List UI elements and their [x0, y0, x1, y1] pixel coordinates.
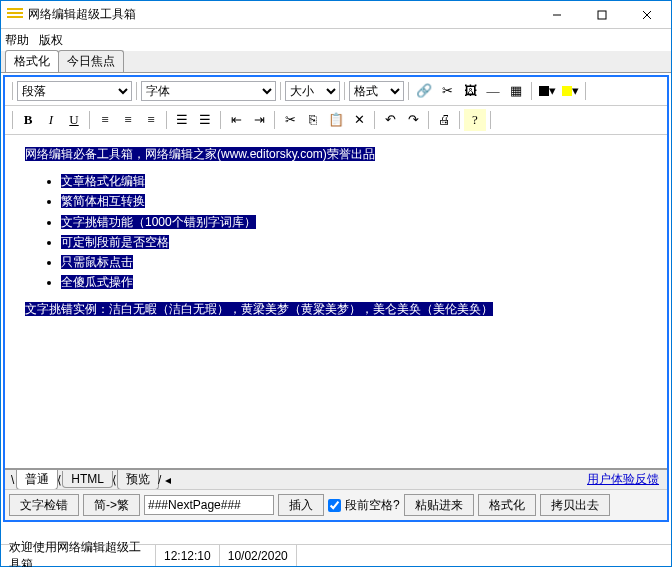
editor-area[interactable]: 网络编辑必备工具箱，网络编辑之家(www.editorsky.com)荣誉出品 … — [5, 135, 667, 469]
s2t-button[interactable]: 简->繁 — [83, 494, 140, 516]
list-item: 全傻瓜式操作 — [61, 275, 133, 289]
format-button[interactable]: 格式化 — [478, 494, 536, 516]
ordered-list-icon[interactable]: ☰ — [171, 109, 193, 131]
insert-button[interactable]: 插入 — [278, 494, 324, 516]
paragraph-select[interactable]: 段落 — [17, 81, 132, 101]
btab-html[interactable]: HTML — [62, 471, 113, 488]
size-select[interactable]: 大小 — [285, 81, 340, 101]
tab-format[interactable]: 格式化 — [5, 50, 59, 72]
window-controls — [534, 2, 669, 28]
unordered-list-icon[interactable]: ☰ — [194, 109, 216, 131]
status-date: 10/02/2020 — [220, 545, 297, 566]
feature-list: 文章格式化编辑 繁简体相互转换 文字挑错功能（1000个错别字词库） 可定制段前… — [61, 172, 647, 292]
align-right-icon[interactable]: ≡ — [140, 109, 162, 131]
menubar: 帮助 版权 — [1, 29, 671, 51]
list-item: 可定制段前是否空格 — [61, 235, 169, 249]
close-button[interactable] — [624, 2, 669, 28]
status-time: 12:12:10 — [156, 545, 220, 566]
align-left-icon[interactable]: ≡ — [94, 109, 116, 131]
nextpage-field[interactable] — [144, 495, 274, 515]
window-title: 网络编辑超级工具箱 — [28, 6, 534, 23]
btab-general[interactable]: 普通 — [16, 470, 58, 490]
status-welcome: 欢迎使用网络编辑超级工具箱 — [1, 545, 156, 566]
outdent-icon[interactable]: ⇤ — [225, 109, 247, 131]
main-panel: 段落 字体 大小 格式 🔗 ✂ 🖼 — ▦ ▾ ▾ B I U ≡ ≡ — [3, 75, 669, 522]
backcolor-icon[interactable]: ▾ — [559, 80, 581, 102]
space-label: 段前空格? — [345, 497, 400, 514]
toolbar-row-2: B I U ≡ ≡ ≡ ☰ ☰ ⇤ ⇥ ✂ ⎘ 📋 ✕ ↶ ↷ 🖨 ? — [5, 106, 667, 135]
paste-in-button[interactable]: 粘贴进来 — [404, 494, 474, 516]
copy-icon[interactable]: ⎘ — [302, 109, 324, 131]
statusbar: 欢迎使用网络编辑超级工具箱 12:12:10 10/02/2020 — [1, 544, 671, 566]
bold-icon[interactable]: B — [17, 109, 39, 131]
minimize-button[interactable] — [534, 2, 579, 28]
maximize-button[interactable] — [579, 2, 624, 28]
link-icon[interactable]: 🔗 — [413, 80, 435, 102]
app-window: 网络编辑超级工具箱 帮助 版权 格式化 今日焦点 段落 字体 大小 格式 🔗 ✂… — [0, 0, 672, 567]
action-row: 文字检错 简->繁 插入 段前空格? 粘贴进来 格式化 拷贝出去 — [5, 489, 667, 520]
hr-icon[interactable]: — — [482, 80, 504, 102]
italic-icon[interactable]: I — [40, 109, 62, 131]
bottom-tabbar: \ 普通 ⟨ HTML ⟨ 预览 / ◂ 用户体验反馈 — [5, 469, 667, 489]
svg-rect-1 — [598, 11, 606, 19]
delete-icon[interactable]: ✕ — [348, 109, 370, 131]
tab-today[interactable]: 今日焦点 — [58, 50, 124, 72]
table-icon[interactable]: ▦ — [505, 80, 527, 102]
cut-icon[interactable]: ✂ — [279, 109, 301, 131]
list-item: 文字挑错功能（1000个错别字词库） — [61, 215, 256, 229]
main-tabbar: 格式化 今日焦点 — [1, 51, 671, 73]
font-select[interactable]: 字体 — [141, 81, 276, 101]
align-center-icon[interactable]: ≡ — [117, 109, 139, 131]
forecolor-icon[interactable]: ▾ — [536, 80, 558, 102]
check-button[interactable]: 文字检错 — [9, 494, 79, 516]
intro-text: 网络编辑必备工具箱，网络编辑之家(www.editorsky.com)荣誉出品 — [25, 147, 375, 161]
list-item: 繁简体相互转换 — [61, 194, 145, 208]
help-icon[interactable]: ? — [464, 109, 486, 131]
menu-help[interactable]: 帮助 — [5, 32, 29, 49]
feedback-link[interactable]: 用户体验反馈 — [587, 471, 659, 488]
copy-out-button[interactable]: 拷贝出去 — [540, 494, 610, 516]
image-icon[interactable]: 🖼 — [459, 80, 481, 102]
list-item: 文章格式化编辑 — [61, 174, 145, 188]
btab-preview[interactable]: 预览 — [117, 470, 159, 490]
app-icon — [7, 8, 23, 22]
paste-icon[interactable]: 📋 — [325, 109, 347, 131]
undo-icon[interactable]: ↶ — [379, 109, 401, 131]
space-checkbox[interactable] — [328, 499, 341, 512]
status-empty — [297, 545, 671, 566]
example-text: 文字挑错实例：洁白无暇（洁白无瑕），黄梁美梦（黄粱美梦），美仑美奂（美伦美奂） — [25, 302, 493, 316]
toolbar-row-1: 段落 字体 大小 格式 🔗 ✂ 🖼 — ▦ ▾ ▾ — [5, 77, 667, 106]
redo-icon[interactable]: ↷ — [402, 109, 424, 131]
print-icon[interactable]: 🖨 — [433, 109, 455, 131]
titlebar: 网络编辑超级工具箱 — [1, 1, 671, 29]
unlink-icon[interactable]: ✂ — [436, 80, 458, 102]
list-item: 只需鼠标点击 — [61, 255, 133, 269]
underline-icon[interactable]: U — [63, 109, 85, 131]
menu-copyright[interactable]: 版权 — [39, 32, 63, 49]
format-select[interactable]: 格式 — [349, 81, 404, 101]
indent-icon[interactable]: ⇥ — [248, 109, 270, 131]
